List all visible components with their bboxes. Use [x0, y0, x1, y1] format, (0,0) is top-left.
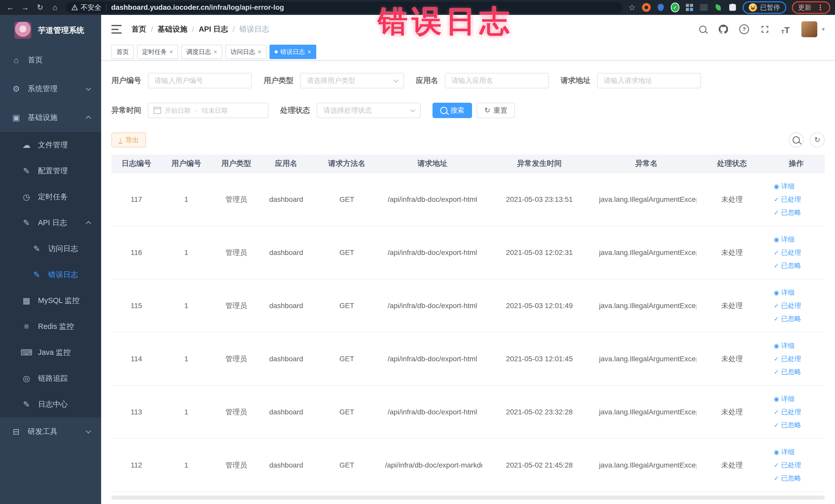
close-icon[interactable]: ×: [169, 49, 173, 55]
sidebar-item-job[interactable]: ◷ 定时任务: [0, 184, 101, 210]
toggle-search-button[interactable]: [789, 133, 804, 147]
request-url-input[interactable]: [597, 73, 701, 88]
extension-leaf-icon[interactable]: [714, 3, 722, 12]
bookmark-star-icon[interactable]: ☆: [628, 3, 636, 12]
reset-button[interactable]: ↻ 重置: [477, 103, 515, 118]
ignored-link[interactable]: ✓已忽略: [774, 314, 801, 323]
processed-link[interactable]: ✓已处理: [774, 248, 801, 257]
tag-access-log[interactable]: 访问日志×: [225, 45, 266, 59]
breadcrumb-infra[interactable]: 基础设施: [158, 24, 187, 35]
sidebar-item-file[interactable]: ☁ 文件管理: [0, 132, 101, 158]
sidebar-item-api-log[interactable]: ✎ API 日志: [0, 210, 101, 236]
ignored-link[interactable]: ✓已忽略: [774, 421, 801, 429]
extension-adblock-icon[interactable]: [642, 3, 651, 12]
export-button[interactable]: ↓ 导出: [111, 133, 146, 147]
detail-label: 详细: [781, 235, 795, 244]
tag-job[interactable]: 定时任务×: [137, 45, 178, 59]
refresh-icon: ↻: [814, 136, 820, 143]
extension-switch-icon[interactable]: [699, 3, 708, 12]
sidebar-item-error-log[interactable]: ✎ 错误日志: [0, 262, 101, 287]
ignored-link[interactable]: ✓已忽略: [774, 208, 801, 217]
tag-error-log[interactable]: 错误日志×: [269, 45, 316, 59]
processed-link[interactable]: ✓已处理: [774, 354, 801, 363]
processed-label: 已处理: [781, 407, 801, 417]
ignored-link[interactable]: ✓已忽略: [774, 261, 801, 270]
search-button[interactable]: 搜索: [432, 103, 472, 118]
help-icon[interactable]: ?: [739, 24, 749, 35]
sidebar-logo[interactable]: 芋道管理系统: [0, 15, 101, 46]
table-row: 116 1 管理员 dashboard GET /api/infra/db-do…: [111, 226, 825, 279]
sidebar-item-java[interactable]: ⌨ Java 监控: [0, 339, 101, 365]
avatar[interactable]: [801, 21, 817, 37]
processed-link[interactable]: ✓已处理: [774, 407, 801, 417]
cell-user-type: 管理员: [211, 332, 261, 385]
github-icon[interactable]: [719, 24, 728, 35]
sidebar-item-config[interactable]: ✎ 配置管理: [0, 158, 101, 184]
tag-job-log[interactable]: 调度日志×: [181, 45, 222, 59]
process-status-select[interactable]: 请选择处理状态: [317, 103, 421, 118]
detail-link[interactable]: ◉详细: [774, 341, 795, 350]
user-type-label: 用户类型: [264, 76, 293, 86]
sidebar-item-log-center[interactable]: ✎ 日志中心: [0, 391, 101, 417]
close-icon[interactable]: ×: [258, 49, 261, 55]
detail-link[interactable]: ◉详细: [774, 182, 795, 191]
detail-link[interactable]: ◉详细: [774, 395, 795, 403]
processed-link[interactable]: ✓已处理: [774, 195, 801, 204]
horizontal-scrollbar[interactable]: [111, 496, 825, 500]
cell-exception: java.lang.IllegalArgumentException: [596, 226, 696, 279]
sidebar-item-dev-tools[interactable]: ⊟ 研发工具: [0, 417, 101, 446]
sidebar-item-access-log[interactable]: ✎ 访问日志: [0, 236, 101, 262]
font-size-icon[interactable]: TT: [781, 24, 790, 35]
address-bar[interactable]: 不安全 dashboard.yudao.iocoder.cn/infra/log…: [66, 2, 623, 13]
browser-toolbar: ← → ↻ ⌂ 不安全 dashboard.yudao.iocoder.cn/i…: [0, 0, 835, 15]
breadcrumb-home[interactable]: 首页: [131, 24, 146, 35]
caret-down-icon[interactable]: ▾: [822, 26, 825, 33]
chart-icon: ▦: [21, 296, 32, 305]
detail-link[interactable]: ◉详细: [774, 235, 795, 244]
home-icon[interactable]: ⌂: [49, 2, 61, 13]
ignored-link[interactable]: ✓已忽略: [774, 474, 801, 483]
eye-icon: ◉: [774, 183, 779, 190]
user-id-input[interactable]: [148, 73, 252, 88]
extension-shield-icon[interactable]: [656, 3, 665, 12]
tag-home[interactable]: 首页: [111, 45, 134, 59]
cell-status: 未处理: [696, 439, 768, 492]
sidebar-item-trace[interactable]: ◎ 链路追踪: [0, 365, 101, 391]
browser-update-chip[interactable]: 更新 ⋮: [792, 1, 830, 14]
hamburger-icon[interactable]: [111, 25, 122, 34]
url-domain: dashboard.yudao.iocoder.cn: [111, 3, 209, 11]
sidebar-item-home[interactable]: ⌂ 首页: [0, 46, 101, 75]
refresh-button[interactable]: ↻: [810, 133, 825, 147]
site-security[interactable]: 不安全: [72, 3, 101, 12]
extensions-puzzle-icon[interactable]: [728, 3, 737, 12]
breadcrumb-api-log[interactable]: API 日志: [199, 24, 228, 35]
back-icon[interactable]: ←: [5, 2, 16, 13]
eye-icon: ◉: [774, 289, 779, 296]
sidebar-item-redis[interactable]: ≡ Redis 监控: [0, 314, 101, 339]
close-icon[interactable]: ×: [307, 49, 311, 55]
processed-link[interactable]: ✓已处理: [774, 301, 801, 310]
sidebar-item-system[interactable]: ⚙ 系统管理: [0, 75, 101, 103]
paused-extension-chip[interactable]: 已暂停: [742, 1, 786, 14]
user-type-select[interactable]: 请选择用户类型: [300, 73, 404, 88]
reload-icon[interactable]: ↻: [34, 2, 46, 13]
close-icon[interactable]: ×: [213, 49, 217, 55]
filter-process-status: 处理状态 请选择处理状态: [280, 103, 421, 118]
extension-green-icon[interactable]: ✓: [671, 3, 679, 12]
detail-link[interactable]: ◉详细: [774, 288, 795, 297]
fullscreen-icon[interactable]: [760, 24, 770, 35]
kebab-menu-icon[interactable]: ⋮: [816, 3, 824, 12]
ignored-link[interactable]: ✓已忽略: [774, 367, 801, 377]
date-range-picker[interactable]: 开始日期 - 结束日期: [148, 103, 268, 118]
detail-link[interactable]: ◉详细: [774, 447, 795, 457]
sidebar-item-infra[interactable]: ▣ 基础设施: [0, 103, 101, 132]
search-icon[interactable]: [698, 24, 708, 35]
cell-url: /api/infra/db-doc/export-html: [383, 385, 482, 439]
forward-icon[interactable]: →: [20, 2, 31, 13]
sidebar: 芋道管理系统 ⌂ 首页 ⚙ 系统管理 ▣ 基础设施: [0, 15, 101, 504]
processed-link[interactable]: ✓已处理: [774, 461, 801, 469]
extension-grid-icon[interactable]: [685, 3, 694, 12]
app-name-input[interactable]: [445, 73, 549, 88]
url-text: dashboard.yudao.iocoder.cn/infra/log/api…: [111, 3, 284, 12]
sidebar-item-mysql[interactable]: ▦ MySQL 监控: [0, 287, 101, 314]
